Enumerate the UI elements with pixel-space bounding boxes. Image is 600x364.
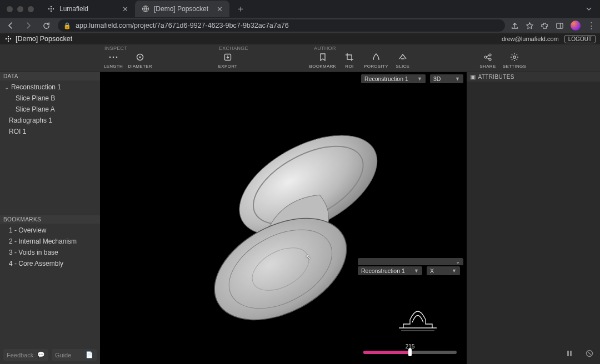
extensions-icon[interactable] [541,22,549,30]
inset-collapse-handle[interactable]: ⌄ [358,258,463,265]
slice-slider[interactable]: 215 [363,343,457,354]
tool-porosity[interactable]: POROSITY [363,51,389,69]
viewport-header-controls: Reconstruction 1▼ 3D▼ [361,74,463,83]
browser-menu-icon[interactable]: ⋮ [587,21,596,31]
pause-button[interactable] [563,347,576,360]
svg-point-17 [139,57,141,58]
viewmode-dropdown[interactable]: 3D▼ [430,74,463,83]
toolbar-group-label: AUTHOR [309,44,416,51]
tree-item-slice-b[interactable]: Slice Plane B [0,93,100,104]
viewport-3d[interactable]: Reconstruction 1▼ 3D▼ [100,72,467,364]
minimize-window-icon[interactable] [17,6,23,12]
sidebar-footer: Feedback💬 Guide📄 [0,346,100,364]
diameter-icon [135,52,145,62]
close-icon[interactable]: ✕ [217,5,223,13]
app-logo-icon [4,35,12,43]
tool-export[interactable]: EXPORT [214,51,241,69]
playback-controls [563,347,596,360]
caret-down-icon: ⌄ [4,84,9,90]
toolbar-group-label: INSPECT [100,44,153,51]
browser-address-bar: 🔒 app.lumafield.com/project/7a7671d6-992… [0,18,600,33]
tool-diameter[interactable]: DIAMETER [127,51,153,69]
close-icon[interactable]: ✕ [122,5,128,13]
svg-rect-28 [567,351,569,356]
forward-button[interactable] [22,19,34,32]
svg-point-4 [51,8,52,9]
svg-rect-6 [557,23,563,28]
inset-axis-dropdown[interactable]: X▼ [427,266,460,275]
bookmark-item[interactable]: 3 - Voids in base [0,247,100,258]
reset-view-button[interactable] [583,347,596,360]
feedback-button[interactable]: Feedback💬 [3,349,48,361]
chevron-down-icon: ⌄ [456,259,460,265]
svg-point-15 [116,57,118,58]
svg-point-10 [10,38,11,39]
tree-item-slice-a[interactable]: Slice Plane A [0,104,100,115]
slider-track[interactable] [363,351,457,354]
bookmark-item[interactable]: 2 - Internal Mechanism [0,236,100,247]
bookmark-star-icon[interactable] [526,22,534,30]
tree-item-radiographs[interactable]: Radiographs 1 [0,115,100,126]
slider-fill [363,351,410,354]
chevron-down-icon: ▼ [455,76,460,82]
tree-item-roi[interactable]: ROI 1 [0,126,100,137]
svg-point-1 [51,6,52,7]
data-tree: ⌄ Reconstruction 1 Slice Plane B Slice P… [0,80,100,138]
tool-share[interactable]: SHARE [474,51,501,69]
svg-point-3 [51,11,52,12]
maximize-window-icon[interactable] [28,6,34,12]
browser-tab[interactable]: Lumafield ✕ [41,1,135,17]
bookmark-item[interactable]: 4 - Core Assembly [0,258,100,269]
tool-settings[interactable]: SETTINGS [501,51,528,69]
inset-panel: ⌄ Reconstruction 1▼ X▼ [358,258,463,275]
tool-length[interactable]: LENGTH [100,51,127,69]
new-tab-button[interactable]: ＋ [233,3,248,15]
share-page-icon[interactable] [511,22,519,30]
url-input[interactable]: 🔒 app.lumafield.com/project/7a7671d6-992… [58,19,505,32]
slice-thumbnail[interactable] [393,297,442,336]
tool-roi[interactable]: ROI [336,51,363,69]
export-icon [223,52,233,62]
app-title: [Demo] Popsocket [16,35,72,43]
tool-slice[interactable]: SLICE [389,51,416,69]
length-icon [108,52,118,62]
tree-item-reconstruction[interactable]: ⌄ Reconstruction 1 [0,82,100,93]
doc-icon: 📄 [86,351,93,358]
sidebar-section-bookmarks: BOOKMARKS [0,215,100,224]
browser-tabs: Lumafield ✕ [Demo] Popsocket ✕ ＋ [41,0,248,18]
globe-favicon-icon [142,5,149,13]
dataset-dropdown[interactable]: Reconstruction 1▼ [361,74,426,83]
porosity-icon [371,52,381,62]
window-controls [0,6,41,12]
inset-dataset-dropdown[interactable]: Reconstruction 1▼ [358,266,422,275]
bookmark-item[interactable]: 1 - Overview [0,225,100,236]
tab-overflow-icon[interactable] [586,6,600,12]
bookmarks-list: 1 - Overview 2 - Internal Mechanism 3 - … [0,224,100,346]
attributes-header: ▣ ATTRIBUTES [467,72,600,82]
toolbar-group-exchange: EXCHANGE EXPORT [214,44,248,72]
app-main: DATA ⌄ Reconstruction 1 Slice Plane B Sl… [0,72,600,364]
attributes-panel: ▣ ATTRIBUTES [467,72,600,364]
tool-bookmark[interactable]: BOOKMARK [309,51,336,69]
back-button[interactable] [4,19,17,32]
close-window-icon[interactable] [7,6,13,12]
crop-icon [344,52,354,62]
render-canvas[interactable]: ↖ ⌄ Reconstruction 1▼ X▼ [100,72,467,364]
svg-point-13 [109,57,111,58]
toolbar-group-author: AUTHOR BOOKMARK ROI POROSITY SLICE [309,44,416,72]
app-header: [Demo] Popsocket drew@lumafield.com LOGO… [0,33,600,44]
panel-icon[interactable] [556,22,564,30]
sidebar: DATA ⌄ Reconstruction 1 Slice Plane B Sl… [0,72,100,364]
chevron-down-icon: ▼ [452,268,457,274]
profile-avatar[interactable] [571,21,581,31]
logout-button[interactable]: LOGOUT [564,35,596,43]
slider-thumb[interactable] [408,348,412,356]
browser-titlebar: Lumafield ✕ [Demo] Popsocket ✕ ＋ [0,0,600,18]
svg-point-19 [489,54,491,56]
reload-button[interactable] [40,19,52,32]
tab-title: Lumafield [59,5,88,13]
guide-button[interactable]: Guide📄 [52,349,97,361]
browser-action-icons: ⋮ [511,21,596,31]
browser-tab[interactable]: [Demo] Popsocket ✕ [135,1,229,17]
lock-icon: 🔒 [63,22,71,29]
